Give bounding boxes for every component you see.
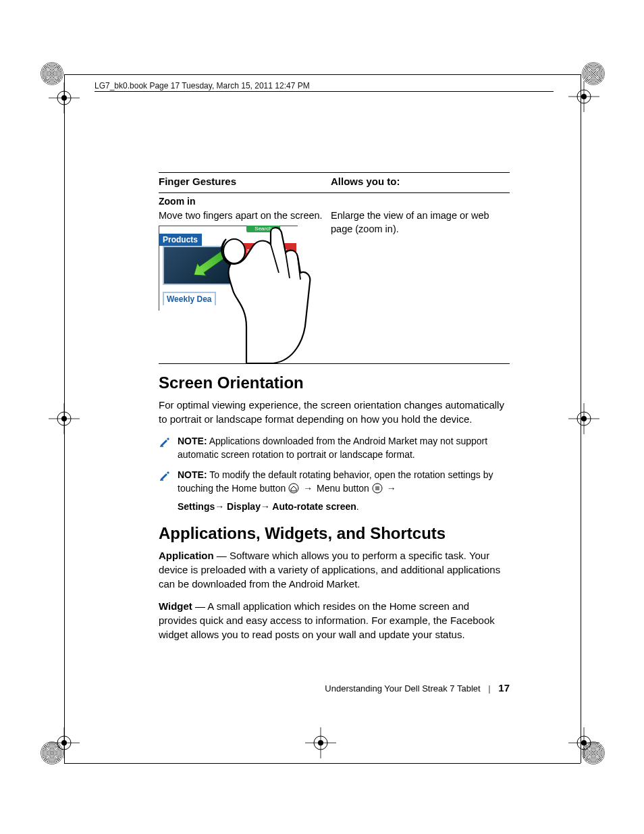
arrow-icon: → (302, 483, 314, 494)
svg-point-29 (223, 239, 245, 263)
register-mark-icon (560, 719, 608, 766)
register-mark-icon (560, 73, 608, 120)
note-text-b: Menu button (317, 483, 372, 494)
note-block: NOTE: To modify the default rotating beh… (159, 468, 510, 513)
note-label: NOTE: (178, 469, 207, 480)
widget-definition: — A small application which resides on t… (159, 600, 495, 640)
note-label: NOTE: (178, 436, 207, 446)
note-block: NOTE: Applications downloaded from the A… (159, 434, 510, 462)
register-mark-icon (41, 395, 88, 442)
arrow-icon: → (385, 483, 398, 494)
register-mark-icon (297, 719, 344, 766)
widget-paragraph: Widget — A small application which resid… (159, 599, 510, 642)
running-header: LG7_bk0.book Page 17 Tuesday, March 15, … (95, 81, 310, 90)
svg-point-34 (289, 484, 298, 493)
footer-separator: | (483, 683, 495, 694)
widget-term: Widget (159, 600, 192, 612)
section-heading-apps: Applications, Widgets, and Shortcuts (159, 524, 510, 543)
crop-line (64, 74, 581, 75)
gesture-description-text: Move two fingers apart on the screen. (159, 210, 323, 221)
table-header-allows: Allows you to: (331, 173, 510, 190)
note-pencil-icon (159, 469, 171, 481)
register-mark-icon (41, 719, 88, 766)
page-content: Finger Gestures Allows you to: Zoom in M… (159, 172, 510, 650)
orientation-body: For optimal viewing experience, the scre… (159, 398, 510, 426)
application-term: Application (159, 550, 214, 561)
application-paragraph: Application — Software which allows you … (159, 548, 510, 591)
hand-gesture-icon (206, 226, 314, 364)
gesture-row-label: Zoom in (159, 194, 331, 208)
header-rule (95, 91, 554, 92)
home-button-icon (288, 483, 299, 494)
gesture-result: Enlarge the view of an image or web page… (331, 208, 510, 361)
page-footer: Understanding Your Dell Streak 7 Tablet … (159, 682, 510, 694)
note-pencil-icon (159, 436, 171, 448)
menu-button-icon (372, 483, 383, 494)
page-number: 17 (498, 682, 510, 694)
table-header-gestures: Finger Gestures (159, 173, 331, 190)
note-text: Applications downloaded from the Android… (178, 436, 487, 460)
settings-path: Settings→ Display→ Auto-rotate screen (178, 501, 356, 512)
figure-products-label: Products (159, 234, 202, 246)
register-mark-icon (560, 395, 608, 442)
zoom-in-figure: Search Products are yourself for of ever… (159, 226, 314, 361)
section-heading-orientation: Screen Orientation (159, 373, 510, 392)
footer-chapter: Understanding Your Dell Streak 7 Tablet (325, 683, 480, 694)
register-mark-icon (41, 74, 88, 122)
gesture-description: Move two fingers apart on the screen. Se… (159, 208, 331, 361)
